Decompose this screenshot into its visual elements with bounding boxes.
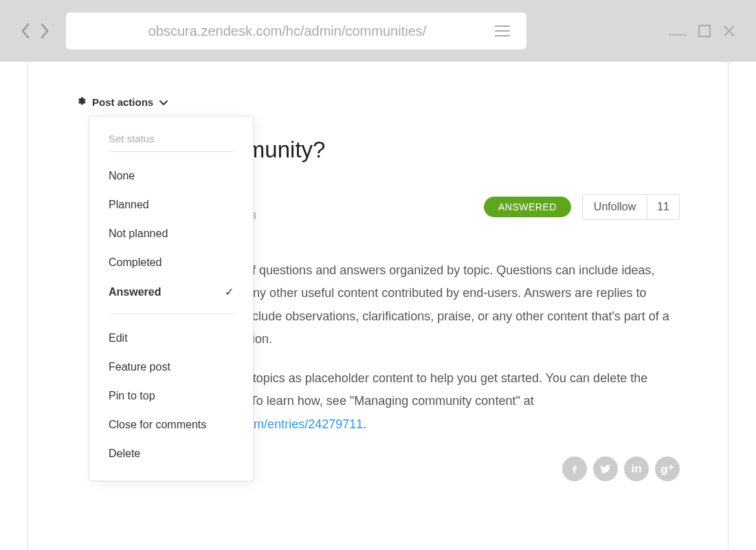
forward-button[interactable] <box>40 23 49 38</box>
gear-icon <box>76 96 86 108</box>
close-button[interactable] <box>723 25 735 37</box>
action-delete[interactable]: Delete <box>109 439 234 468</box>
share-linkedin-icon[interactable]: in <box>624 456 649 481</box>
status-badge: ANSWERED <box>484 197 571 217</box>
status-option-not-planned[interactable]: Not planned <box>109 219 234 248</box>
post-actions-dropdown-trigger[interactable]: Post actions <box>76 96 680 108</box>
unfollow-button[interactable]: Unfollow <box>583 195 647 219</box>
action-close-comments[interactable]: Close for comments <box>109 410 234 439</box>
share-googleplus-icon[interactable]: g⁺ <box>655 456 680 481</box>
action-pin-to-top[interactable]: Pin to top <box>109 382 234 410</box>
checkmark-icon: ✓ <box>225 285 234 298</box>
follower-count: 11 <box>647 195 679 219</box>
minimize-button[interactable]: __ <box>669 19 686 36</box>
chevron-down-icon <box>159 96 168 108</box>
post-actions-label: Post actions <box>92 96 153 108</box>
share-twitter-icon[interactable] <box>593 456 618 481</box>
hamburger-icon[interactable] <box>495 25 510 36</box>
post-actions-dropdown: Set status None Planned Not planned Comp… <box>89 116 254 481</box>
action-edit[interactable]: Edit <box>109 324 234 353</box>
status-option-none[interactable]: None <box>109 162 234 190</box>
browser-toolbar: obscura.zendesk.com/hc/admin/communities… <box>0 0 756 62</box>
url-text: obscura.zendesk.com/hc/admin/communities… <box>80 23 495 39</box>
maximize-button[interactable] <box>698 25 711 37</box>
share-facebook-icon[interactable] <box>562 456 587 481</box>
url-bar[interactable]: obscura.zendesk.com/hc/admin/communities… <box>66 12 526 50</box>
status-option-answered[interactable]: Answered ✓ <box>109 277 234 307</box>
status-option-completed[interactable]: Completed <box>109 248 234 277</box>
follow-control[interactable]: Unfollow 11 <box>582 194 680 220</box>
back-button[interactable] <box>21 23 30 38</box>
svg-rect-0 <box>699 25 710 36</box>
dropdown-section-header: Set status <box>109 133 234 144</box>
status-option-planned[interactable]: Planned <box>109 190 234 219</box>
action-feature-post[interactable]: Feature post <box>109 353 234 382</box>
